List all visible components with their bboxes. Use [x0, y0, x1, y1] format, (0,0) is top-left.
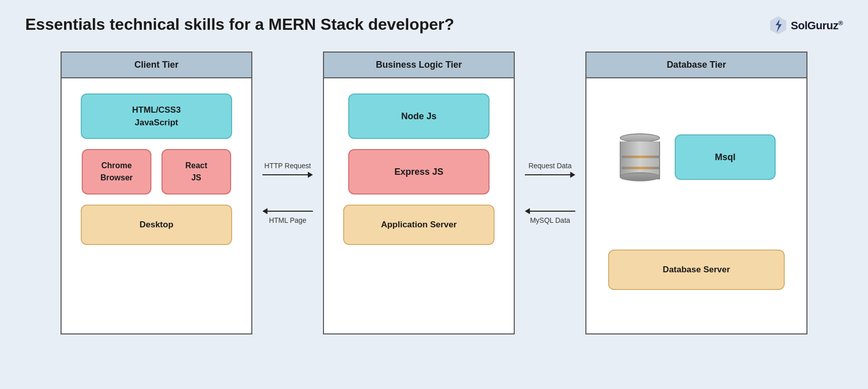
http-request-label: HTTP Request [264, 162, 311, 170]
arrow-section-2: Request Data MySQL Data [515, 52, 585, 334]
nodejs-label: Node Js [401, 111, 437, 122]
db-top-row: Msql [617, 132, 776, 182]
http-request-arrow: HTTP Request [262, 162, 313, 178]
htmlcss-label: HTML/CSS3 JavaScript [132, 104, 181, 129]
arrow-line-2 [267, 211, 313, 212]
business-tier-header: Business Logic Tier [324, 53, 514, 78]
desktop-component: Desktop [81, 205, 232, 245]
expressjs-component: Express JS [348, 149, 490, 194]
html-page-arrow: HTML Page [262, 208, 313, 224]
arrow-head-2 [570, 172, 575, 178]
client-tier-header: Client Tier [62, 53, 251, 78]
arrow-head-left [262, 208, 267, 214]
logo-text: SolGuruz® [791, 19, 843, 32]
cyl-stripe-2 [622, 167, 660, 169]
chrome-label: Chrome Browser [100, 160, 133, 184]
arrow-section-1: HTTP Request HTML Page [252, 52, 323, 334]
cyl-stripe-1 [622, 156, 660, 158]
logo-area: SolGuruz® [769, 15, 843, 36]
database-tier-box: Database Tier [585, 52, 807, 334]
arrow-right-icon [262, 172, 313, 178]
business-tier-body: Node Js Express JS Application Server [324, 78, 514, 333]
dbserver-component: Database Server [608, 250, 785, 290]
mysql-data-arrow: MySQL Data [525, 208, 575, 224]
arrow-left-2-icon [525, 208, 575, 214]
diagram-area: Client Tier HTML/CSS3 JavaScript Chrome … [25, 52, 843, 334]
desktop-label: Desktop [139, 220, 173, 230]
database-tier-header: Database Tier [586, 53, 806, 78]
appserver-component: Application Server [343, 205, 495, 245]
page-container: Essentials technical skills for a MERN S… [0, 0, 868, 389]
html-page-label: HTML Page [269, 216, 306, 224]
logo-icon [769, 15, 788, 36]
business-tier-box: Business Logic Tier Node Js Express JS A… [323, 52, 515, 334]
mysql-data-label: MySQL Data [530, 216, 570, 224]
arrow-line-3 [525, 174, 570, 175]
client-tier-body: HTML/CSS3 JavaScript Chrome Browser Reac… [62, 78, 251, 333]
msql-label: Msql [715, 152, 735, 163]
expressjs-label: Express JS [394, 167, 443, 177]
msql-component: Msql [675, 134, 776, 180]
arrow-head [308, 172, 313, 178]
request-data-arrow: Request Data [525, 162, 575, 178]
header-row: Essentials technical skills for a MERN S… [25, 15, 843, 36]
nodejs-component: Node Js [348, 93, 490, 139]
arrow-line-4 [530, 211, 575, 212]
chrome-component: Chrome Browser [82, 149, 151, 194]
client-tier-box: Client Tier HTML/CSS3 JavaScript Chrome … [61, 52, 252, 334]
small-components-row: Chrome Browser React JS [82, 149, 231, 194]
arrow-line [262, 174, 308, 175]
arrow-head-left-2 [525, 208, 530, 214]
cylinder-shape [620, 133, 660, 181]
database-tier-body: Msql Database Server [586, 78, 806, 333]
arrow-right-2-icon [525, 172, 575, 178]
cyl-bottom [620, 172, 660, 181]
react-component: React JS [161, 149, 231, 194]
page-title: Essentials technical skills for a MERN S… [25, 15, 454, 34]
appserver-label: Application Server [381, 220, 457, 230]
htmlcss-component: HTML/CSS3 JavaScript [81, 93, 232, 139]
arrow-left-icon [262, 208, 313, 214]
database-cylinder-icon [617, 132, 663, 182]
request-data-label: Request Data [528, 162, 572, 170]
react-label: React JS [185, 160, 207, 184]
dbserver-label: Database Server [663, 265, 730, 275]
